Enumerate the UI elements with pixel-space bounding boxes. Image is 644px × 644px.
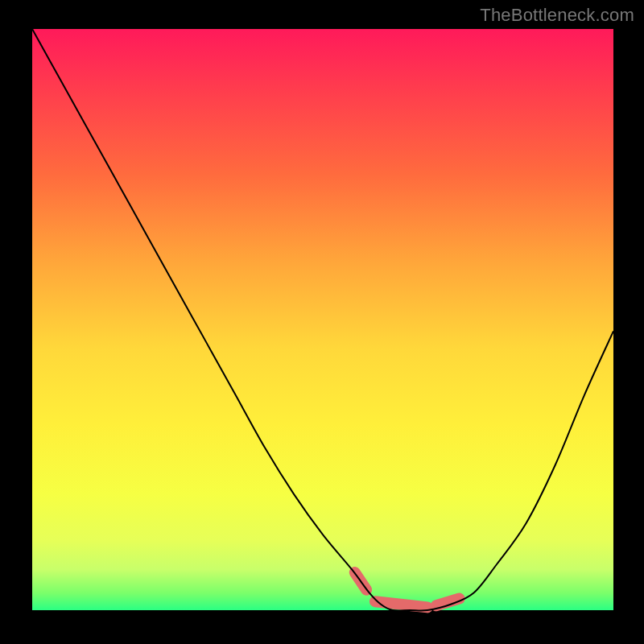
- bottleneck-curve: [32, 29, 613, 611]
- chart-frame: TheBottleneck.com: [0, 0, 644, 644]
- watermark-text: TheBottleneck.com: [480, 5, 634, 26]
- marker-group: [355, 572, 460, 607]
- curve-svg: [32, 29, 613, 610]
- plot-area: [32, 29, 613, 610]
